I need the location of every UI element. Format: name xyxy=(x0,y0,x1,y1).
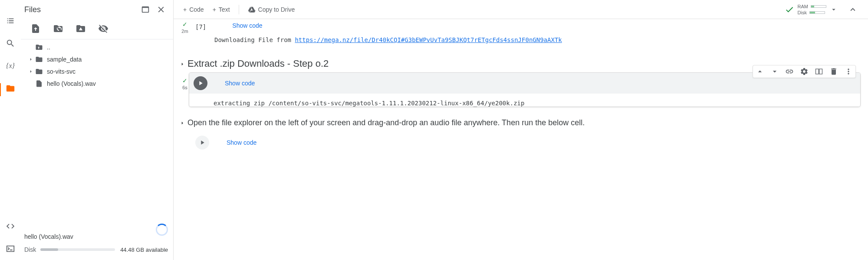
markdown-heading: Extract .zip Downloads - Step o.2 xyxy=(187,58,329,69)
disk-label: Disk xyxy=(24,246,36,253)
collapse-arrow-icon[interactable] xyxy=(177,120,187,127)
link-icon[interactable] xyxy=(785,67,794,76)
toc-icon[interactable] xyxy=(5,16,16,26)
markdown-text: Open the file explorer on the left of yo… xyxy=(187,117,865,129)
output-prefix: Downloading File from xyxy=(214,36,295,43)
copy-to-drive-button[interactable]: Copy to Drive xyxy=(243,4,299,15)
tree-item-label: sample_data xyxy=(47,56,173,63)
run-button[interactable] xyxy=(195,136,209,150)
left-rail: {x} xyxy=(0,0,21,260)
collapse-arrow-icon[interactable] xyxy=(177,61,187,68)
tree-up[interactable]: .. xyxy=(27,41,173,53)
gear-icon[interactable] xyxy=(800,67,809,76)
cell-output: Downloading File from https://mega.nz/fi… xyxy=(214,36,865,43)
status-check-icon: ✓ xyxy=(182,77,187,84)
show-code-link[interactable]: Show code xyxy=(227,139,256,146)
tree-up-label: .. xyxy=(47,44,173,51)
tree-file-hello-wav[interactable]: hello (Vocals).wav xyxy=(27,78,173,90)
tree-item-label: hello (Vocals).wav xyxy=(47,80,173,87)
disk-available: 44.48 GB available xyxy=(120,247,168,253)
notebook-main: +Code +Text Copy to Drive RAM Disk xyxy=(174,0,868,260)
cell-toolbar xyxy=(753,65,856,78)
copy-to-drive-label: Copy to Drive xyxy=(258,6,295,13)
refresh-icon[interactable] xyxy=(53,23,63,34)
exec-time: 6s xyxy=(182,85,187,90)
markdown-cell-instruction[interactable]: Open the file explorer on the left of yo… xyxy=(177,117,865,129)
mirror-icon[interactable] xyxy=(815,67,823,76)
move-down-icon[interactable] xyxy=(770,67,779,76)
exec-count: [7] xyxy=(195,23,206,30)
add-code-label: Code xyxy=(189,6,204,13)
show-code-link[interactable]: Show code xyxy=(232,22,262,29)
collapse-icon[interactable] xyxy=(848,5,858,14)
files-icon[interactable] xyxy=(5,83,16,94)
new-window-icon[interactable] xyxy=(140,4,151,15)
ram-label: RAM xyxy=(798,4,808,9)
terminal-icon[interactable] xyxy=(5,244,16,254)
add-text-label: Text xyxy=(219,6,230,13)
footer-filename: hello (Vocals).wav xyxy=(24,233,168,240)
mount-drive-icon[interactable] xyxy=(76,23,86,34)
upload-icon[interactable] xyxy=(30,23,41,34)
tree-folder-so-vits-svc[interactable]: so-vits-svc xyxy=(27,65,173,78)
separator xyxy=(239,5,239,14)
cell-output: extracting zip /content/so-vits-svc/mega… xyxy=(214,100,860,107)
more-icon[interactable] xyxy=(844,67,853,76)
delete-icon[interactable] xyxy=(829,67,838,76)
loading-spinner xyxy=(156,224,168,236)
hide-icon[interactable] xyxy=(98,23,108,34)
close-icon[interactable] xyxy=(156,4,166,15)
disk-label-top: Disk xyxy=(798,10,807,15)
search-icon[interactable] xyxy=(5,38,16,49)
variables-icon[interactable]: {x} xyxy=(5,61,16,71)
add-text-button[interactable]: +Text xyxy=(208,4,234,15)
files-panel: Files .. xyxy=(21,0,174,260)
notebook-toolbar: +Code +Text Copy to Drive RAM Disk xyxy=(174,0,868,19)
cell-extract-zip[interactable]: ✓ 6s Show code extracting zip /content/s… xyxy=(189,73,860,107)
cell-last[interactable]: Show code xyxy=(177,132,865,153)
status-check-icon: ✓ xyxy=(182,21,187,28)
add-code-button[interactable]: +Code xyxy=(179,4,208,15)
download-link[interactable]: https://mega.nz/file/Dr40kCQI#G3bEWPvUvT… xyxy=(295,36,562,43)
resource-indicator[interactable]: RAM Disk xyxy=(785,4,843,15)
exec-time: 2m xyxy=(181,29,188,34)
show-code-link[interactable]: Show code xyxy=(225,80,255,87)
tree-folder-sample-data[interactable]: sample_data xyxy=(27,53,173,65)
files-title: Files xyxy=(24,5,135,14)
move-up-icon[interactable] xyxy=(756,67,764,76)
run-button[interactable] xyxy=(194,76,207,90)
disk-bar xyxy=(40,248,115,251)
file-tree: .. sample_data so-vits-svc hello (Vocals… xyxy=(21,39,173,228)
code-snippets-icon[interactable] xyxy=(5,221,16,231)
sidebar-footer: hello (Vocals).wav Disk 44.48 GB availab… xyxy=(21,228,173,260)
tree-item-label: so-vits-svc xyxy=(47,68,173,75)
cell-0: ✓ 2m [7] Show code Downloading File from… xyxy=(177,21,865,48)
